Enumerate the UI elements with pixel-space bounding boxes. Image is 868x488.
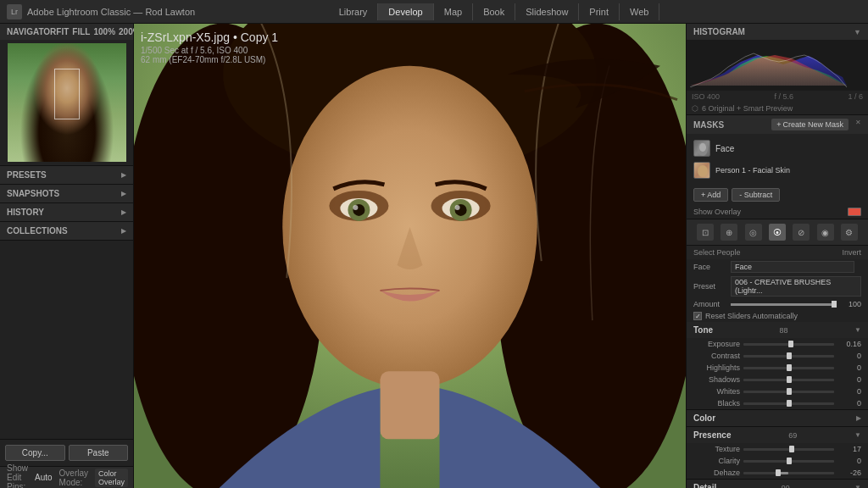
masks-header[interactable]: Masks + Create New Mask ✕: [687, 115, 868, 134]
amount-row: Amount 100: [687, 298, 868, 310]
histogram-preview-toggle: ⬡ 6 Original + Smart Preview: [687, 103, 868, 114]
exposure-slider[interactable]: [743, 343, 834, 346]
dehaze-value: -26: [837, 469, 861, 477]
contrast-value: 0: [837, 352, 861, 360]
highlights-slider[interactable]: [743, 367, 834, 369]
whites-value: 0: [837, 387, 861, 396]
history-section: History ▶: [0, 203, 133, 222]
crop-tool[interactable]: ⊡: [697, 224, 714, 241]
mask-item-facial-skin[interactable]: Person 1 - Facial Skin: [687, 159, 868, 181]
shadows-value: 0: [837, 375, 861, 384]
plus-icon: +: [776, 120, 781, 129]
tone-header[interactable]: Tone 88 ▼: [687, 322, 868, 338]
face-mask-thumbnail: [693, 140, 710, 157]
svg-point-17: [699, 143, 706, 152]
subtract-mask-button[interactable]: - Subtract: [732, 188, 780, 202]
show-edit-pins-value[interactable]: Auto: [35, 473, 53, 482]
select-people-row: Select People Invert: [687, 246, 868, 259]
face-preset-row: Face Face: [687, 259, 868, 274]
face-preset-value[interactable]: Face: [731, 261, 854, 273]
radial-tool[interactable]: ◉: [817, 224, 834, 241]
copy-button[interactable]: Copy...: [5, 445, 65, 461]
snapshots-title: Snapshots: [7, 189, 59, 198]
snapshots-header[interactable]: Snapshots ▶: [0, 185, 133, 202]
blacks-label: Blacks: [693, 399, 740, 408]
tab-slideshow[interactable]: Slideshow: [515, 3, 579, 20]
show-edit-pins-label: Show Edit Pins:: [7, 463, 28, 488]
navigator-header[interactable]: Navigator FIT FILL 100% 200%: [0, 24, 133, 40]
histogram-meta: ISO 400 f / 5.6 1 / 6: [687, 91, 868, 103]
clarity-row: Clarity 0: [687, 455, 868, 467]
collections-arrow: ▶: [121, 227, 126, 235]
svg-point-13: [353, 205, 358, 210]
tone-arrow: ▼: [854, 326, 861, 334]
histogram-graph: [687, 40, 868, 91]
zoom-fit[interactable]: FIT: [56, 27, 69, 36]
tab-map[interactable]: Map: [434, 3, 473, 20]
tab-book[interactable]: Book: [473, 3, 515, 20]
histogram-header[interactable]: Histogram ▼: [687, 24, 868, 40]
heal-tool[interactable]: ⊕: [721, 224, 737, 241]
presets-title: Presets: [7, 170, 47, 180]
detail-header[interactable]: Detail 99 ▼: [687, 480, 868, 488]
zoom-100[interactable]: 100%: [93, 27, 115, 36]
reset-sliders-checkbox[interactable]: ✓: [693, 312, 702, 320]
settings-tool[interactable]: ⚙: [841, 224, 858, 241]
overlay-mode-value[interactable]: Color Overlay: [95, 469, 128, 487]
overlay-color-swatch[interactable]: [848, 208, 861, 216]
dehaze-slider[interactable]: [743, 472, 834, 474]
presets-header[interactable]: Presets ▶: [0, 166, 133, 184]
mask-items-list: Face Person 1 - Facial Skin: [687, 134, 868, 185]
show-overlay-label: Show Overlay: [693, 208, 741, 216]
contrast-row: Contrast 0: [687, 350, 868, 362]
mask-item-face[interactable]: Face: [687, 137, 868, 159]
shadows-row: Shadows 0: [687, 374, 868, 385]
paste-button[interactable]: Paste: [69, 445, 129, 461]
blacks-value: 0: [837, 399, 861, 408]
facial-skin-mask-icon: [694, 163, 710, 179]
center-panel: i-ZSrLxpn-X5.jpg • Copy 1 1/500 Sec at f…: [134, 24, 686, 488]
color-header[interactable]: Color ▶: [687, 410, 868, 426]
invert-button[interactable]: Invert: [842, 248, 861, 257]
collections-header[interactable]: Collections ▶: [0, 222, 133, 240]
add-mask-button[interactable]: + Add: [693, 188, 728, 202]
top-bar-left: Lr Adobe Lightroom Classic — Rod Lawton: [7, 4, 195, 19]
presence-header[interactable]: Presence 69 ▼: [687, 427, 868, 443]
texture-slider[interactable]: [743, 448, 834, 451]
texture-row: Texture 17: [687, 443, 868, 455]
tab-library[interactable]: Library: [329, 3, 379, 20]
blacks-slider[interactable]: [743, 402, 834, 405]
dehaze-row: Dehaze -26: [687, 467, 868, 479]
main-layout: Navigator FIT FILL 100% 200% Presets ▶: [0, 24, 868, 488]
tab-print[interactable]: Print: [579, 3, 620, 20]
history-header[interactable]: History ▶: [0, 203, 133, 221]
create-new-mask-button[interactable]: + Create New Mask: [771, 119, 849, 130]
clarity-slider[interactable]: [743, 460, 834, 463]
main-image: [134, 24, 686, 488]
copy-paste-bar: Copy... Paste: [0, 439, 133, 466]
histogram-shutter: 1 / 6: [848, 92, 863, 101]
gradient-tool[interactable]: ⊘: [793, 224, 810, 241]
presets-arrow: ▶: [121, 171, 126, 179]
right-panel: Histogram ▼: [686, 24, 868, 488]
history-arrow: ▶: [121, 208, 126, 216]
whites-slider[interactable]: [743, 391, 834, 393]
brush-tool[interactable]: ⦿: [769, 224, 786, 241]
zoom-fill[interactable]: FILL: [72, 27, 90, 36]
redeye-tool[interactable]: ◎: [745, 224, 762, 241]
tab-web[interactable]: Web: [620, 3, 659, 20]
tab-develop[interactable]: Develop: [378, 3, 433, 20]
collections-section: Collections ▶: [0, 222, 133, 241]
presence-group: Presence 69 ▼ Texture 17 Clarity 0: [687, 427, 868, 480]
detail-group: Detail 99 ▼ Sharpness 0 Noise 0: [687, 480, 868, 488]
contrast-slider[interactable]: [743, 355, 834, 358]
shadows-slider[interactable]: [743, 379, 834, 381]
face-mask-label: Face: [715, 144, 861, 153]
preset-value[interactable]: 006 - CREATIVE BRUSHES (Lightr...: [731, 276, 861, 297]
snapshots-section: Snapshots ▶: [0, 185, 133, 203]
reset-sliders-label: Reset Sliders Automatically: [705, 312, 798, 320]
histogram-svg: [690, 43, 865, 87]
collections-title: Collections: [7, 226, 68, 236]
detail-group-value: 99: [782, 484, 790, 489]
amount-slider[interactable]: [731, 303, 834, 306]
